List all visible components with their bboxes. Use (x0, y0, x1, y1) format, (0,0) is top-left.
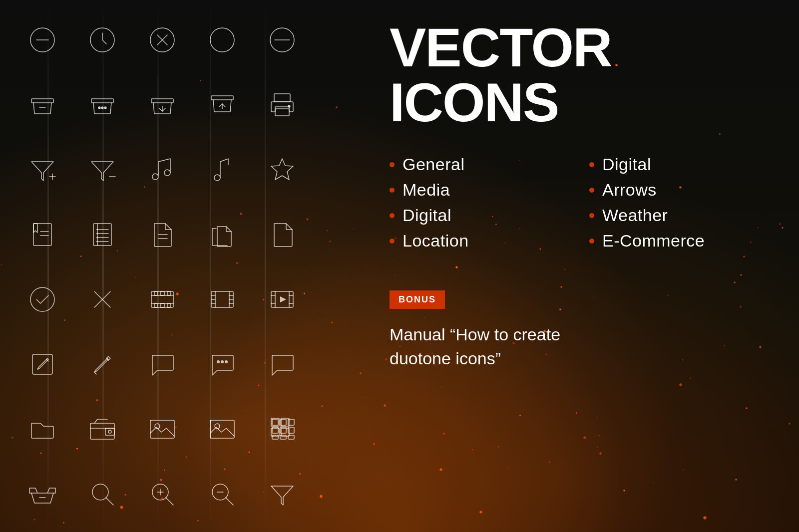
svg-point-74 (108, 430, 111, 433)
category-label-location: Location (402, 231, 469, 251)
svg-point-38 (30, 287, 54, 311)
icon-archive-download (142, 85, 182, 125)
svg-rect-48 (160, 303, 164, 307)
icon-filter-add (22, 150, 62, 190)
category-label-digital-right: Digital (602, 155, 651, 174)
icon-notebook-bookmark (22, 215, 62, 255)
svg-rect-86 (272, 419, 278, 425)
icon-music-note (202, 150, 242, 190)
spark-particle (329, 241, 331, 243)
category-label-arrows: Arrows (602, 180, 657, 200)
svg-line-68 (94, 372, 96, 374)
icon-folder (22, 409, 62, 449)
icon-printer (262, 85, 302, 125)
svg-rect-47 (154, 303, 157, 307)
icon-music-notes (142, 150, 182, 190)
svg-point-12 (98, 107, 100, 109)
svg-point-23 (152, 174, 158, 180)
svg-rect-9 (31, 99, 53, 103)
icon-star (262, 150, 302, 190)
svg-point-70 (221, 360, 224, 363)
icon-archive-box (22, 85, 62, 125)
svg-marker-26 (271, 159, 293, 180)
category-label-general: General (402, 155, 464, 174)
svg-rect-11 (91, 99, 113, 103)
icon-notebook-lines (82, 215, 122, 255)
svg-rect-45 (160, 291, 164, 295)
bullet-ecommerce (589, 239, 594, 244)
svg-rect-73 (105, 428, 114, 435)
categories-grid: General Digital Media Arrows Digital Wea… (390, 155, 759, 251)
icon-pencil (82, 344, 122, 384)
bonus-badge: BONUS (390, 290, 445, 309)
bonus-section: BONUS Manual “How to createduotone icons… (390, 290, 759, 370)
icon-circle-slash (262, 20, 302, 60)
icon-chat-bubble (142, 344, 182, 384)
svg-rect-30 (93, 224, 111, 246)
spark-particle (320, 495, 323, 498)
icon-archive-upload (202, 85, 242, 125)
category-media: Media (390, 180, 559, 200)
icon-film-strip (142, 279, 182, 319)
svg-point-19 (288, 105, 290, 107)
icon-circle-minus (22, 20, 62, 60)
svg-rect-18 (275, 109, 289, 116)
category-label-ecommerce: E-Commerce (602, 231, 705, 251)
icon-film-strip-alt (202, 279, 242, 319)
svg-rect-16 (211, 96, 233, 100)
svg-point-13 (101, 107, 103, 109)
spark-particle (327, 230, 328, 231)
svg-point-25 (214, 175, 220, 181)
icon-document-copy (202, 215, 242, 255)
category-label-media: Media (402, 180, 450, 200)
icon-clock (82, 20, 122, 60)
content-panel: VECTOR ICONS General Digital Media Arrow… (350, 0, 799, 532)
icon-grid (262, 409, 302, 449)
category-location: Location (390, 231, 559, 251)
svg-rect-67 (32, 354, 52, 374)
svg-line-99 (166, 498, 173, 505)
svg-point-71 (225, 360, 228, 363)
category-arrows: Arrows (589, 180, 759, 200)
icon-circle-empty (202, 20, 242, 60)
svg-rect-92 (272, 435, 278, 439)
icon-archive-open (22, 474, 62, 514)
bullet-general (390, 162, 395, 167)
icon-film-play (262, 279, 302, 319)
icon-chat-dots (202, 344, 242, 384)
icon-document-text (142, 215, 182, 255)
icon-archive-dots (82, 85, 122, 125)
icon-zoom-out (202, 474, 242, 514)
category-digital-right: Digital (589, 155, 759, 174)
spark-particle (331, 321, 334, 324)
spark-particle (321, 405, 323, 407)
category-ecommerce: E-Commerce (589, 231, 759, 251)
category-general: General (390, 155, 559, 174)
icon-image (142, 409, 182, 449)
svg-line-97 (106, 498, 113, 505)
category-digital: Digital (390, 206, 559, 225)
icons-panel (0, 0, 310, 532)
icon-filter-minus (82, 150, 122, 190)
category-label-weather: Weather (602, 206, 668, 225)
bullet-digital-right (589, 162, 594, 167)
icon-document-blank (262, 215, 302, 255)
icon-search (82, 474, 122, 514)
svg-rect-49 (167, 303, 170, 307)
main-title: VECTOR ICONS (390, 20, 759, 130)
svg-line-103 (226, 498, 233, 505)
svg-point-69 (217, 360, 220, 363)
icon-zoom-in (142, 474, 182, 514)
icon-filter (262, 474, 302, 514)
bullet-digital (390, 213, 395, 218)
icon-x-mark (82, 279, 122, 319)
svg-rect-46 (167, 291, 170, 295)
svg-point-6 (210, 28, 234, 52)
bullet-weather (589, 213, 594, 218)
category-weather: Weather (589, 206, 759, 225)
svg-rect-15 (151, 99, 173, 103)
svg-rect-27 (33, 224, 51, 246)
icon-image-alt (202, 409, 242, 449)
svg-rect-17 (274, 94, 290, 102)
icon-edit-box (22, 344, 62, 384)
